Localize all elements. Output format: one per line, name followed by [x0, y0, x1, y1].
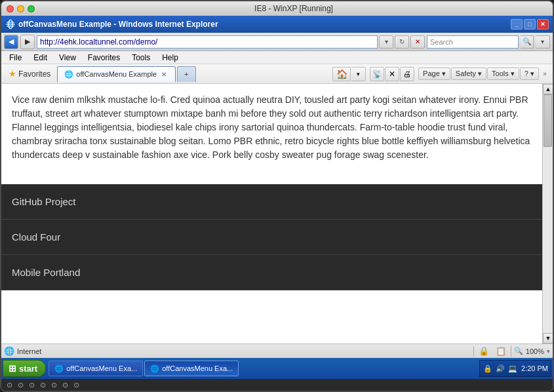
- ie-minimize-button[interactable]: _: [511, 19, 523, 29]
- menu-view[interactable]: View: [54, 52, 81, 64]
- ie-tab-new-icon: +: [184, 70, 188, 78]
- ie-titlebar: offCanvasMenu Example - Windows Internet…: [1, 16, 553, 33]
- sys-notif-icon-2: ⊙: [29, 381, 35, 389]
- ie-addressbar: ◀ ▶ http://4ehk.localtunnel.com/demo/ ▾ …: [1, 33, 553, 51]
- ie-scrollbar: ▲ ▼: [542, 84, 553, 343]
- ie-tab-bar: 🌐 offCanvasMenu Example ✕ +: [57, 66, 330, 82]
- menu-edit[interactable]: Edit: [28, 52, 52, 64]
- statusbar-zone: 🌐 Internet: [4, 346, 471, 356]
- scroll-up-button[interactable]: ▲: [543, 84, 553, 94]
- help-menu-button[interactable]: ? ▾: [520, 68, 539, 80]
- zoom-icon: 🔍: [514, 347, 523, 355]
- ie-toolbar-buttons: 🏠 ▾ 📡 ✕ 🖨 Page ▾ Safety ▾ Tools ▾ ? ▾ »: [332, 67, 550, 81]
- safety-menu-button[interactable]: Safety ▾: [451, 68, 486, 80]
- menu-file[interactable]: File: [4, 52, 27, 64]
- close-dot[interactable]: [7, 5, 14, 12]
- body-text: Vice raw denim mlkshk mustache lo-fi. Cr…: [12, 93, 532, 162]
- toolbar-expand-button[interactable]: »: [540, 67, 550, 81]
- tray-time: 2:20 PM: [521, 364, 548, 372]
- windows-logo-icon: ⊞: [9, 363, 16, 374]
- ie-tab-close-button[interactable]: ✕: [159, 69, 168, 79]
- ie-logo-icon: [5, 19, 16, 29]
- menu-favorites[interactable]: Favorites: [83, 52, 125, 64]
- ie-page: Vice raw denim mlkshk mustache lo-fi. Cr…: [1, 84, 542, 343]
- menu-help[interactable]: Help: [157, 52, 184, 64]
- stop-button[interactable]: ✕: [410, 35, 425, 49]
- star-icon: ★: [9, 69, 16, 79]
- menu-tools[interactable]: Tools: [127, 52, 155, 64]
- taskbar-item-icon-1: 🌐: [150, 364, 159, 373]
- scroll-thumb[interactable]: [544, 94, 552, 147]
- tray-icon-0: 🔒: [483, 363, 493, 374]
- sys-notif-icon-1: ⊙: [18, 381, 24, 389]
- print-button[interactable]: 🖨: [400, 67, 414, 81]
- taskbar-item-0[interactable]: 🌐 offCanvasMenu Exa...: [49, 361, 143, 376]
- ie-menubar: File Edit View Favorites Tools Help: [1, 51, 553, 64]
- minimize-dot[interactable]: [17, 5, 24, 12]
- ie-window-buttons: _ □ ✕: [511, 19, 549, 29]
- taskbar-item-label-0: offCanvasMenu Exa...: [66, 364, 137, 372]
- zoom-dropdown-icon[interactable]: ▾: [547, 348, 550, 355]
- title-bar-dots: [7, 5, 35, 12]
- ie-content: Vice raw denim mlkshk mustache lo-fi. Cr…: [1, 84, 553, 343]
- window-title: IE8 - WinXP [Running]: [40, 4, 547, 13]
- statusbar-divider: [473, 346, 474, 357]
- menu-item-github[interactable]: GitHub Project: [1, 184, 542, 220]
- ie-tab-icon: 🌐: [64, 70, 73, 79]
- ie-title-text: offCanvasMenu Example - Windows Internet…: [18, 20, 511, 29]
- sys-notif-icon-6: ⊙: [73, 381, 79, 389]
- taskbar-tray: 🔒 🔊 💻 2:20 PM: [479, 360, 551, 377]
- search-placeholder: Search: [430, 38, 453, 46]
- scroll-track[interactable]: [543, 94, 553, 333]
- taskbar-items: 🌐 offCanvasMenu Exa... 🌐 offCanvasMenu E…: [49, 361, 477, 376]
- sys-notif-icon-5: ⊙: [62, 381, 68, 389]
- zone-label: Internet: [17, 347, 41, 355]
- statusbar-icon1: 🔒: [477, 345, 491, 357]
- address-buttons: ▾ ↻ ✕: [379, 35, 425, 49]
- zoom-level: 100%: [526, 347, 544, 355]
- off-canvas-menu: GitHub Project Cloud Four Mobile Portlan…: [1, 184, 542, 290]
- scroll-down-button[interactable]: ▼: [543, 333, 553, 343]
- taskbar: ⊞ start 🌐 offCanvasMenu Exa... 🌐 offCanv…: [1, 358, 553, 379]
- address-dropdown-button[interactable]: ▾: [379, 35, 393, 49]
- search-submit-button[interactable]: 🔍: [521, 35, 534, 49]
- maximize-dot[interactable]: [28, 5, 35, 12]
- ie-close-button[interactable]: ✕: [537, 19, 549, 29]
- tools-menu-button[interactable]: Tools ▾: [487, 68, 519, 80]
- back-button[interactable]: ◀: [4, 35, 18, 49]
- refresh-button[interactable]: ↻: [395, 35, 409, 49]
- ie-maximize-button[interactable]: □: [524, 19, 536, 29]
- favorites-label: Favorites: [18, 69, 50, 79]
- start-label: start: [19, 364, 37, 374]
- taskbar-item-icon-0: 🌐: [54, 364, 64, 373]
- title-bar: IE8 - WinXP [Running]: [1, 1, 553, 16]
- ie-tab-new[interactable]: +: [177, 66, 195, 82]
- tray-icon-2: 💻: [507, 363, 518, 374]
- taskbar-item-label-1: offCanvasMenu Exa...: [162, 364, 233, 372]
- address-input[interactable]: http://4ehk.localtunnel.com/demo/: [37, 35, 378, 49]
- address-url: http://4ehk.localtunnel.com/demo/: [40, 37, 157, 47]
- close-tab-button[interactable]: ✕: [385, 67, 399, 81]
- search-dropdown-button[interactable]: ▾: [536, 35, 550, 49]
- page-body: Vice raw denim mlkshk mustache lo-fi. Cr…: [1, 84, 542, 171]
- home-button[interactable]: 🏠: [332, 67, 351, 81]
- ie-statusbar: 🌐 Internet 🔒 📋 🔍 100% ▾: [1, 343, 553, 358]
- ie-toolbar: ★ Favorites 🌐 offCanvasMenu Example ✕ + …: [1, 64, 553, 84]
- statusbar-divider2: [511, 346, 511, 357]
- forward-button[interactable]: ▶: [20, 35, 35, 49]
- menu-item-cloudfour[interactable]: Cloud Four: [1, 220, 542, 255]
- page-menu-button[interactable]: Page ▾: [418, 68, 450, 80]
- tray-icon-1: 🔊: [495, 363, 505, 374]
- menu-item-mobileportland[interactable]: Mobile Portland: [1, 255, 542, 290]
- zone-icon: 🌐: [4, 346, 14, 356]
- favorites-button[interactable]: ★ Favorites: [4, 67, 55, 81]
- sys-notif-icon-4: ⊙: [51, 381, 57, 389]
- ie-tab-active[interactable]: 🌐 offCanvasMenu Example ✕: [57, 66, 176, 82]
- home-dropdown-button[interactable]: ▾: [351, 67, 366, 81]
- ie-tab-label: offCanvasMenu Example: [76, 70, 157, 78]
- search-box[interactable]: Search: [427, 35, 519, 49]
- rss-button[interactable]: 📡: [370, 67, 384, 81]
- sys-notif-icon-0: ⊙: [7, 381, 12, 389]
- taskbar-item-1[interactable]: 🌐 offCanvasMenu Exa...: [144, 361, 239, 376]
- start-button[interactable]: ⊞ start: [3, 360, 46, 377]
